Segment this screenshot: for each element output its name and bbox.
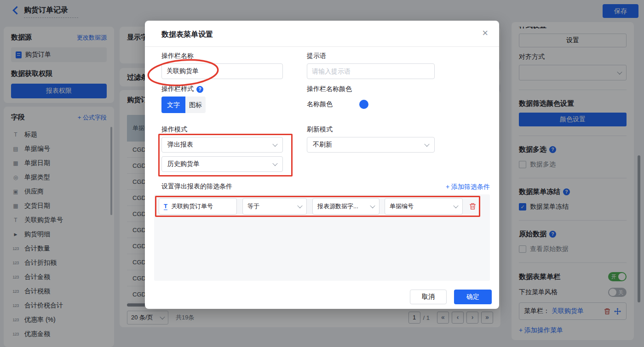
filter-source-value: 报表源数据字... [317, 202, 358, 210]
filter-value-value: 单据编号 [390, 202, 414, 210]
app-root: 购货订单记录 保存 数据源 更改数据源 购货订单 数据获取权限 报表权限 字段 … [0, 0, 644, 347]
filter-section-label: 设置弹出报表的筛选条件 [161, 182, 232, 191]
operation-mode-select[interactable]: 弹出报表 [161, 137, 283, 153]
color-picker-dot[interactable] [359, 100, 368, 109]
filter-operator-select[interactable]: 等于 [242, 198, 307, 215]
filter-field-value: 关联购货订单号 [171, 202, 213, 210]
name-color-text: 名称颜色 [307, 100, 333, 108]
modal-header-divider [145, 46, 499, 47]
refresh-mode-value: 不刷新 [313, 141, 332, 149]
chevron-down-icon [297, 203, 302, 208]
operation-mode-label: 操作模式 [161, 125, 187, 134]
popup-report-value: 历史购货单 [167, 160, 200, 168]
help-icon[interactable]: ? [196, 86, 203, 93]
popup-report-select[interactable]: 历史购货单 [161, 156, 283, 172]
chevron-down-icon [272, 142, 277, 147]
chevron-down-icon [424, 142, 429, 147]
refresh-mode-select[interactable]: 不刷新 [307, 137, 435, 153]
style-icon-tab[interactable]: 图标 [185, 97, 206, 113]
filter-conditions-panel: T 关联购货订单号 等于 报表源数据字... 单据编号 [154, 194, 490, 281]
filter-operator-value: 等于 [247, 202, 259, 210]
style-segmented-control: 文字 图标 [161, 97, 206, 113]
tip-label: 提示语 [307, 52, 326, 60]
delete-filter-icon[interactable] [468, 202, 477, 210]
table-menu-settings-modal: 数据表菜单设置 × 操作栏名称 提示语 操作栏样式? 操作栏名称颜色 文字 图标… [145, 21, 499, 309]
cancel-button[interactable]: 取消 [410, 290, 447, 304]
tip-input[interactable] [307, 63, 435, 79]
filter-value-select[interactable]: 单据编号 [385, 198, 463, 215]
close-icon[interactable]: × [482, 28, 488, 38]
filter-field-box[interactable]: T 关联购货订单号 [159, 198, 237, 215]
filter-source-select[interactable]: 报表源数据字... [312, 198, 380, 215]
refresh-mode-label: 刷新模式 [307, 125, 333, 134]
confirm-button[interactable]: 确定 [454, 290, 492, 304]
chevron-down-icon [453, 203, 458, 208]
action-style-label: 操作栏样式? [161, 85, 203, 93]
text-type-icon: T [164, 203, 167, 210]
name-color-row: 名称颜色 [307, 100, 368, 109]
action-name-label: 操作栏名称 [161, 52, 194, 60]
chevron-down-icon [272, 161, 277, 166]
action-name-input[interactable] [161, 63, 283, 79]
modal-title: 数据表菜单设置 [161, 30, 213, 40]
style-text-tab[interactable]: 文字 [161, 97, 185, 113]
add-filter-link[interactable]: + 添加筛选条件 [446, 183, 490, 191]
operation-mode-value: 弹出报表 [167, 141, 193, 149]
name-color-label: 操作栏名称颜色 [307, 85, 352, 93]
chevron-down-icon [370, 203, 375, 208]
